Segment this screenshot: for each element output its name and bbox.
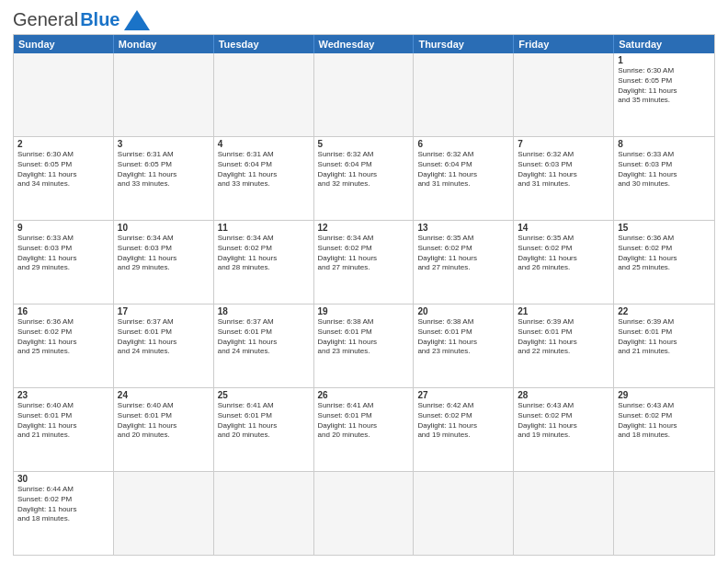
cal-cell-w3-d5: 21Sunrise: 6:39 AM Sunset: 6:01 PM Dayli… xyxy=(514,304,614,387)
calendar-header: SundayMondayTuesdayWednesdayThursdayFrid… xyxy=(14,35,714,53)
day-info: Sunrise: 6:42 AM Sunset: 6:02 PM Dayligh… xyxy=(417,401,509,441)
logo: General Blue xyxy=(13,9,150,30)
day-number: 6 xyxy=(417,139,509,149)
day-info: Sunrise: 6:32 AM Sunset: 6:03 PM Dayligh… xyxy=(518,150,609,190)
day-number: 21 xyxy=(518,306,609,316)
cal-cell-w3-d1: 17Sunrise: 6:37 AM Sunset: 6:01 PM Dayli… xyxy=(114,304,214,387)
day-info: Sunrise: 6:43 AM Sunset: 6:02 PM Dayligh… xyxy=(518,401,609,441)
cal-header-sunday: Sunday xyxy=(14,35,114,53)
cal-header-tuesday: Tuesday xyxy=(214,35,314,53)
day-number: 10 xyxy=(118,223,210,233)
day-number: 15 xyxy=(618,223,711,233)
cal-cell-w4-d2: 25Sunrise: 6:41 AM Sunset: 6:01 PM Dayli… xyxy=(214,388,314,471)
day-info: Sunrise: 6:32 AM Sunset: 6:04 PM Dayligh… xyxy=(318,150,410,190)
cal-header-wednesday: Wednesday xyxy=(314,35,415,53)
cal-cell-w4-d0: 23Sunrise: 6:40 AM Sunset: 6:01 PM Dayli… xyxy=(14,388,114,471)
cal-header-saturday: Saturday xyxy=(614,35,714,53)
day-info: Sunrise: 6:41 AM Sunset: 6:01 PM Dayligh… xyxy=(218,401,310,441)
header: General Blue xyxy=(13,9,715,30)
day-info: Sunrise: 6:39 AM Sunset: 6:01 PM Dayligh… xyxy=(618,317,711,357)
cal-cell-w1-d4: 6Sunrise: 6:32 AM Sunset: 6:04 PM Daylig… xyxy=(414,137,514,220)
day-info: Sunrise: 6:30 AM Sunset: 6:05 PM Dayligh… xyxy=(17,150,109,190)
cal-cell-w2-d1: 10Sunrise: 6:34 AM Sunset: 6:03 PM Dayli… xyxy=(114,221,214,304)
cal-cell-w5-d5 xyxy=(514,472,614,555)
day-number: 13 xyxy=(417,223,509,233)
cal-cell-w5-d0: 30Sunrise: 6:44 AM Sunset: 6:02 PM Dayli… xyxy=(14,472,114,555)
cal-header-thursday: Thursday xyxy=(414,35,514,53)
cal-cell-w2-d0: 9Sunrise: 6:33 AM Sunset: 6:03 PM Daylig… xyxy=(14,221,114,304)
day-number: 25 xyxy=(218,390,310,400)
day-info: Sunrise: 6:31 AM Sunset: 6:05 PM Dayligh… xyxy=(118,150,210,190)
day-number: 17 xyxy=(118,306,210,316)
cal-cell-w3-d4: 20Sunrise: 6:38 AM Sunset: 6:01 PM Dayli… xyxy=(414,304,514,387)
logo-general-text: General xyxy=(13,9,78,30)
cal-cell-w0-d1 xyxy=(114,53,214,136)
cal-cell-w0-d3 xyxy=(314,53,415,136)
cal-cell-w5-d3 xyxy=(314,472,415,555)
day-number: 11 xyxy=(218,223,310,233)
cal-cell-w2-d4: 13Sunrise: 6:35 AM Sunset: 6:02 PM Dayli… xyxy=(414,221,514,304)
cal-header-friday: Friday xyxy=(514,35,614,53)
day-number: 27 xyxy=(417,390,509,400)
cal-cell-w1-d2: 4Sunrise: 6:31 AM Sunset: 6:04 PM Daylig… xyxy=(214,137,314,220)
day-number: 18 xyxy=(218,306,310,316)
day-info: Sunrise: 6:36 AM Sunset: 6:02 PM Dayligh… xyxy=(17,317,109,357)
cal-cell-w4-d1: 24Sunrise: 6:40 AM Sunset: 6:01 PM Dayli… xyxy=(114,388,214,471)
cal-week-1: 2Sunrise: 6:30 AM Sunset: 6:05 PM Daylig… xyxy=(14,136,714,220)
day-info: Sunrise: 6:39 AM Sunset: 6:01 PM Dayligh… xyxy=(518,317,609,357)
day-number: 9 xyxy=(17,223,109,233)
day-info: Sunrise: 6:37 AM Sunset: 6:01 PM Dayligh… xyxy=(118,317,210,357)
day-number: 16 xyxy=(17,306,109,316)
day-info: Sunrise: 6:35 AM Sunset: 6:02 PM Dayligh… xyxy=(417,234,509,273)
day-info: Sunrise: 6:40 AM Sunset: 6:01 PM Dayligh… xyxy=(17,401,109,441)
logo-blue-text: Blue xyxy=(80,9,119,30)
day-number: 3 xyxy=(118,139,210,149)
cal-cell-w3-d3: 19Sunrise: 6:38 AM Sunset: 6:01 PM Dayli… xyxy=(314,304,415,387)
day-number: 5 xyxy=(318,139,410,149)
day-info: Sunrise: 6:44 AM Sunset: 6:02 PM Dayligh… xyxy=(17,485,109,524)
day-info: Sunrise: 6:34 AM Sunset: 6:02 PM Dayligh… xyxy=(218,234,310,273)
day-info: Sunrise: 6:43 AM Sunset: 6:02 PM Dayligh… xyxy=(618,401,711,441)
day-info: Sunrise: 6:34 AM Sunset: 6:03 PM Dayligh… xyxy=(118,234,210,273)
day-number: 29 xyxy=(618,390,711,400)
cal-cell-w3-d6: 22Sunrise: 6:39 AM Sunset: 6:01 PM Dayli… xyxy=(614,304,714,387)
page: General Blue SundayMondayTuesdayWednesda… xyxy=(0,0,728,563)
cal-cell-w0-d2 xyxy=(214,53,314,136)
calendar-body: 1Sunrise: 6:30 AM Sunset: 6:05 PM Daylig… xyxy=(14,53,714,555)
cal-cell-w1-d6: 8Sunrise: 6:33 AM Sunset: 6:03 PM Daylig… xyxy=(614,137,714,220)
cal-header-monday: Monday xyxy=(114,35,214,53)
day-number: 19 xyxy=(318,306,410,316)
cal-week-2: 9Sunrise: 6:33 AM Sunset: 6:03 PM Daylig… xyxy=(14,220,714,304)
day-number: 4 xyxy=(218,139,310,149)
cal-cell-w3-d0: 16Sunrise: 6:36 AM Sunset: 6:02 PM Dayli… xyxy=(14,304,114,387)
day-number: 8 xyxy=(618,139,711,149)
cal-cell-w1-d1: 3Sunrise: 6:31 AM Sunset: 6:05 PM Daylig… xyxy=(114,137,214,220)
cal-cell-w5-d6 xyxy=(614,472,714,555)
day-number: 7 xyxy=(518,139,609,149)
day-number: 14 xyxy=(518,223,609,233)
cal-cell-w2-d3: 12Sunrise: 6:34 AM Sunset: 6:02 PM Dayli… xyxy=(314,221,415,304)
day-info: Sunrise: 6:35 AM Sunset: 6:02 PM Dayligh… xyxy=(518,234,609,273)
day-number: 22 xyxy=(618,306,711,316)
calendar: SundayMondayTuesdayWednesdayThursdayFrid… xyxy=(13,34,715,556)
cal-cell-w5-d2 xyxy=(214,472,314,555)
cal-cell-w4-d6: 29Sunrise: 6:43 AM Sunset: 6:02 PM Dayli… xyxy=(614,388,714,471)
cal-cell-w2-d2: 11Sunrise: 6:34 AM Sunset: 6:02 PM Dayli… xyxy=(214,221,314,304)
day-info: Sunrise: 6:37 AM Sunset: 6:01 PM Dayligh… xyxy=(218,317,310,357)
day-number: 30 xyxy=(17,474,109,484)
day-info: Sunrise: 6:33 AM Sunset: 6:03 PM Dayligh… xyxy=(618,150,711,190)
cal-cell-w0-d5 xyxy=(514,53,614,136)
day-info: Sunrise: 6:33 AM Sunset: 6:03 PM Dayligh… xyxy=(17,234,109,273)
day-info: Sunrise: 6:41 AM Sunset: 6:01 PM Dayligh… xyxy=(318,401,410,441)
cal-week-0: 1Sunrise: 6:30 AM Sunset: 6:05 PM Daylig… xyxy=(14,53,714,136)
cal-week-3: 16Sunrise: 6:36 AM Sunset: 6:02 PM Dayli… xyxy=(14,304,714,387)
cal-week-4: 23Sunrise: 6:40 AM Sunset: 6:01 PM Dayli… xyxy=(14,387,714,471)
day-number: 20 xyxy=(417,306,509,316)
cal-cell-w5-d1 xyxy=(114,472,214,555)
cal-cell-w0-d4 xyxy=(414,53,514,136)
day-number: 2 xyxy=(17,139,109,149)
day-info: Sunrise: 6:40 AM Sunset: 6:01 PM Dayligh… xyxy=(118,401,210,441)
cal-cell-w3-d2: 18Sunrise: 6:37 AM Sunset: 6:01 PM Dayli… xyxy=(214,304,314,387)
day-number: 1 xyxy=(618,55,711,65)
cal-cell-w1-d5: 7Sunrise: 6:32 AM Sunset: 6:03 PM Daylig… xyxy=(514,137,614,220)
